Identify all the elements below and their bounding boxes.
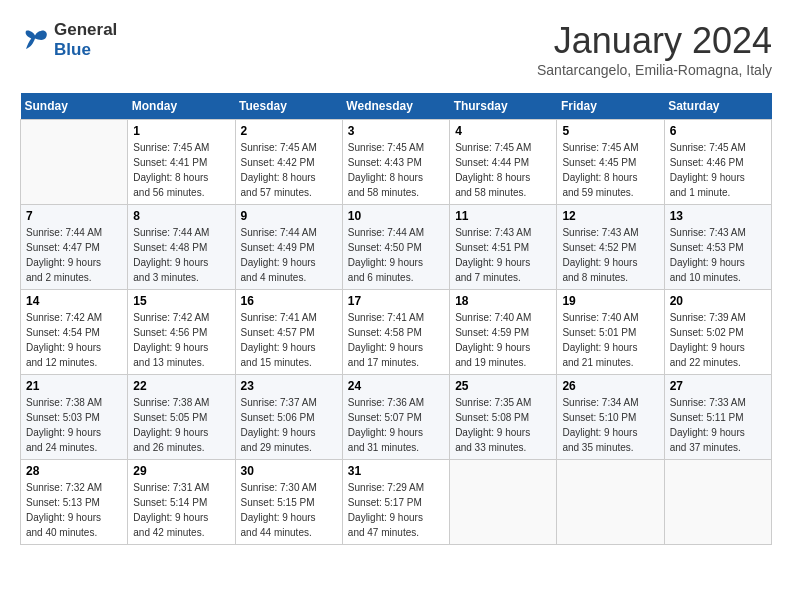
calendar-cell [21,120,128,205]
day-number: 30 [241,464,337,478]
calendar-cell: 2Sunrise: 7:45 AMSunset: 4:42 PMDaylight… [235,120,342,205]
month-title: January 2024 [537,20,772,62]
calendar-cell: 24Sunrise: 7:36 AMSunset: 5:07 PMDayligh… [342,375,449,460]
weekday-header: Monday [128,93,235,120]
calendar-cell: 14Sunrise: 7:42 AMSunset: 4:54 PMDayligh… [21,290,128,375]
day-info: Sunrise: 7:34 AMSunset: 5:10 PMDaylight:… [562,395,658,455]
calendar-cell: 15Sunrise: 7:42 AMSunset: 4:56 PMDayligh… [128,290,235,375]
day-info: Sunrise: 7:43 AMSunset: 4:52 PMDaylight:… [562,225,658,285]
calendar-cell: 30Sunrise: 7:30 AMSunset: 5:15 PMDayligh… [235,460,342,545]
day-number: 15 [133,294,229,308]
day-info: Sunrise: 7:45 AMSunset: 4:44 PMDaylight:… [455,140,551,200]
day-info: Sunrise: 7:30 AMSunset: 5:15 PMDaylight:… [241,480,337,540]
day-info: Sunrise: 7:41 AMSunset: 4:58 PMDaylight:… [348,310,444,370]
calendar-week-row: 28Sunrise: 7:32 AMSunset: 5:13 PMDayligh… [21,460,772,545]
calendar-cell: 17Sunrise: 7:41 AMSunset: 4:58 PMDayligh… [342,290,449,375]
weekday-header: Wednesday [342,93,449,120]
title-block: January 2024 Santarcangelo, Emilia-Romag… [537,20,772,78]
day-info: Sunrise: 7:33 AMSunset: 5:11 PMDaylight:… [670,395,766,455]
calendar-cell: 3Sunrise: 7:45 AMSunset: 4:43 PMDaylight… [342,120,449,205]
day-number: 27 [670,379,766,393]
calendar-cell: 10Sunrise: 7:44 AMSunset: 4:50 PMDayligh… [342,205,449,290]
day-info: Sunrise: 7:43 AMSunset: 4:51 PMDaylight:… [455,225,551,285]
day-number: 8 [133,209,229,223]
location-subtitle: Santarcangelo, Emilia-Romagna, Italy [537,62,772,78]
day-number: 17 [348,294,444,308]
day-info: Sunrise: 7:37 AMSunset: 5:06 PMDaylight:… [241,395,337,455]
weekday-header: Sunday [21,93,128,120]
day-info: Sunrise: 7:38 AMSunset: 5:05 PMDaylight:… [133,395,229,455]
day-number: 2 [241,124,337,138]
calendar-week-row: 21Sunrise: 7:38 AMSunset: 5:03 PMDayligh… [21,375,772,460]
calendar-cell: 22Sunrise: 7:38 AMSunset: 5:05 PMDayligh… [128,375,235,460]
day-info: Sunrise: 7:42 AMSunset: 4:56 PMDaylight:… [133,310,229,370]
calendar-cell: 1Sunrise: 7:45 AMSunset: 4:41 PMDaylight… [128,120,235,205]
day-info: Sunrise: 7:44 AMSunset: 4:50 PMDaylight:… [348,225,444,285]
day-info: Sunrise: 7:45 AMSunset: 4:46 PMDaylight:… [670,140,766,200]
calendar-cell: 13Sunrise: 7:43 AMSunset: 4:53 PMDayligh… [664,205,771,290]
day-number: 7 [26,209,122,223]
day-number: 22 [133,379,229,393]
calendar-cell: 25Sunrise: 7:35 AMSunset: 5:08 PMDayligh… [450,375,557,460]
day-number: 9 [241,209,337,223]
calendar-cell: 11Sunrise: 7:43 AMSunset: 4:51 PMDayligh… [450,205,557,290]
calendar-cell: 12Sunrise: 7:43 AMSunset: 4:52 PMDayligh… [557,205,664,290]
calendar-cell: 8Sunrise: 7:44 AMSunset: 4:48 PMDaylight… [128,205,235,290]
day-info: Sunrise: 7:29 AMSunset: 5:17 PMDaylight:… [348,480,444,540]
day-info: Sunrise: 7:32 AMSunset: 5:13 PMDaylight:… [26,480,122,540]
day-number: 25 [455,379,551,393]
day-number: 5 [562,124,658,138]
calendar-week-row: 1Sunrise: 7:45 AMSunset: 4:41 PMDaylight… [21,120,772,205]
day-info: Sunrise: 7:45 AMSunset: 4:42 PMDaylight:… [241,140,337,200]
day-number: 31 [348,464,444,478]
day-info: Sunrise: 7:35 AMSunset: 5:08 PMDaylight:… [455,395,551,455]
calendar-cell: 6Sunrise: 7:45 AMSunset: 4:46 PMDaylight… [664,120,771,205]
day-info: Sunrise: 7:40 AMSunset: 5:01 PMDaylight:… [562,310,658,370]
weekday-header: Thursday [450,93,557,120]
day-info: Sunrise: 7:44 AMSunset: 4:47 PMDaylight:… [26,225,122,285]
day-info: Sunrise: 7:45 AMSunset: 4:41 PMDaylight:… [133,140,229,200]
calendar-week-row: 14Sunrise: 7:42 AMSunset: 4:54 PMDayligh… [21,290,772,375]
day-number: 29 [133,464,229,478]
calendar-cell: 19Sunrise: 7:40 AMSunset: 5:01 PMDayligh… [557,290,664,375]
day-info: Sunrise: 7:39 AMSunset: 5:02 PMDaylight:… [670,310,766,370]
calendar-table: SundayMondayTuesdayWednesdayThursdayFrid… [20,93,772,545]
weekday-header: Friday [557,93,664,120]
day-info: Sunrise: 7:43 AMSunset: 4:53 PMDaylight:… [670,225,766,285]
day-info: Sunrise: 7:38 AMSunset: 5:03 PMDaylight:… [26,395,122,455]
calendar-cell: 26Sunrise: 7:34 AMSunset: 5:10 PMDayligh… [557,375,664,460]
day-number: 26 [562,379,658,393]
day-number: 24 [348,379,444,393]
day-number: 12 [562,209,658,223]
calendar-cell: 27Sunrise: 7:33 AMSunset: 5:11 PMDayligh… [664,375,771,460]
day-info: Sunrise: 7:42 AMSunset: 4:54 PMDaylight:… [26,310,122,370]
day-info: Sunrise: 7:44 AMSunset: 4:49 PMDaylight:… [241,225,337,285]
calendar-cell: 7Sunrise: 7:44 AMSunset: 4:47 PMDaylight… [21,205,128,290]
day-number: 1 [133,124,229,138]
calendar-cell: 9Sunrise: 7:44 AMSunset: 4:49 PMDaylight… [235,205,342,290]
page-header: General Blue January 2024 Santarcangelo,… [20,20,772,78]
calendar-cell: 28Sunrise: 7:32 AMSunset: 5:13 PMDayligh… [21,460,128,545]
day-info: Sunrise: 7:45 AMSunset: 4:43 PMDaylight:… [348,140,444,200]
day-number: 11 [455,209,551,223]
calendar-cell: 21Sunrise: 7:38 AMSunset: 5:03 PMDayligh… [21,375,128,460]
day-number: 28 [26,464,122,478]
calendar-cell: 23Sunrise: 7:37 AMSunset: 5:06 PMDayligh… [235,375,342,460]
day-info: Sunrise: 7:45 AMSunset: 4:45 PMDaylight:… [562,140,658,200]
day-number: 21 [26,379,122,393]
day-number: 14 [26,294,122,308]
day-number: 20 [670,294,766,308]
day-number: 13 [670,209,766,223]
day-info: Sunrise: 7:44 AMSunset: 4:48 PMDaylight:… [133,225,229,285]
calendar-cell [450,460,557,545]
calendar-week-row: 7Sunrise: 7:44 AMSunset: 4:47 PMDaylight… [21,205,772,290]
day-number: 6 [670,124,766,138]
day-info: Sunrise: 7:40 AMSunset: 4:59 PMDaylight:… [455,310,551,370]
calendar-cell: 16Sunrise: 7:41 AMSunset: 4:57 PMDayligh… [235,290,342,375]
calendar-cell: 29Sunrise: 7:31 AMSunset: 5:14 PMDayligh… [128,460,235,545]
calendar-cell: 20Sunrise: 7:39 AMSunset: 5:02 PMDayligh… [664,290,771,375]
calendar-cell [664,460,771,545]
day-info: Sunrise: 7:31 AMSunset: 5:14 PMDaylight:… [133,480,229,540]
calendar-cell [557,460,664,545]
logo-icon [20,25,50,55]
